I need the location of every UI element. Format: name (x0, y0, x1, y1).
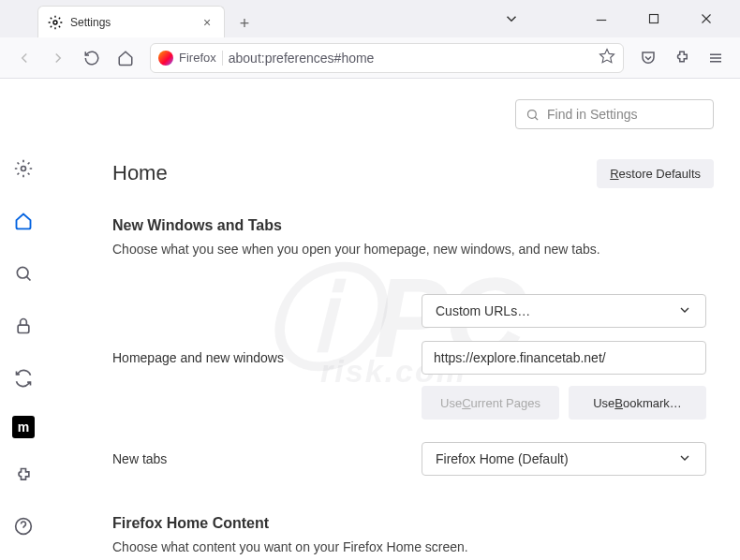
newtabs-mode-select[interactable]: Firefox Home (Default) (422, 442, 706, 476)
use-bookmark-button[interactable]: Use Bookmark… (569, 386, 706, 420)
chevron-down-icon (677, 302, 692, 320)
newtabs-mode-value: Firefox Home (Default) (436, 451, 569, 466)
sidenav-more-from-mozilla[interactable]: m (12, 416, 35, 438)
extensions-button[interactable] (667, 43, 697, 73)
identity-box[interactable]: Firefox (158, 51, 223, 66)
settings-sidenav: m (0, 79, 47, 560)
newtabs-label: New tabs (112, 451, 403, 466)
toolbar: Firefox about:preferences#home (0, 37, 740, 79)
svg-point-15 (528, 110, 537, 118)
sidenav-privacy[interactable] (8, 311, 38, 341)
content-area: m ⓘPC risk.com Find in Settings Home Res… (0, 79, 740, 560)
maximize-button[interactable] (637, 5, 671, 33)
minimize-button[interactable] (585, 5, 618, 33)
svg-rect-2 (650, 15, 659, 23)
firefox-logo-icon (158, 51, 173, 66)
forward-button[interactable] (43, 43, 73, 73)
svg-rect-12 (18, 325, 29, 332)
svg-line-16 (535, 117, 538, 120)
sidenav-help[interactable] (8, 511, 38, 541)
close-window-button[interactable] (689, 5, 723, 33)
search-placeholder: Find in Settings (547, 107, 638, 122)
reload-button[interactable] (77, 43, 107, 73)
tab-label: Settings (70, 16, 192, 29)
sidenav-general[interactable] (8, 154, 38, 184)
svg-line-11 (26, 276, 30, 280)
use-current-pages-button[interactable]: Use Current Pages (422, 386, 559, 420)
settings-main: ⓘPC risk.com Find in Settings Home Resto… (47, 79, 740, 560)
url-text: about:preferences#home (229, 51, 593, 66)
svg-point-10 (17, 267, 28, 278)
homepage-label: Homepage and new windows (112, 350, 403, 365)
section-new-windows-title: New Windows and Tabs (112, 217, 706, 234)
menu-button[interactable] (701, 43, 731, 73)
tablist-chevron-icon[interactable] (495, 5, 528, 33)
tab-bar: Settings × + (0, 0, 740, 37)
homepage-mode-select[interactable]: Custom URLs… (422, 294, 706, 328)
home-button[interactable] (111, 43, 141, 73)
svg-point-9 (22, 167, 26, 171)
svg-point-0 (53, 21, 57, 24)
window-controls (495, 0, 740, 37)
sidenav-search[interactable] (8, 258, 38, 288)
homepage-url-input[interactable] (422, 341, 706, 375)
settings-search[interactable]: Find in Settings (515, 99, 714, 129)
sidenav-home[interactable] (8, 206, 38, 236)
restore-defaults-button[interactable]: Restore Defaults (597, 159, 714, 188)
bookmark-star-icon[interactable] (599, 48, 615, 68)
new-tab-button[interactable]: + (230, 9, 259, 37)
section-home-content-desc: Choose what content you want on your Fir… (112, 539, 706, 554)
sidenav-sync[interactable] (8, 363, 38, 393)
chevron-down-icon (677, 450, 692, 468)
url-bar[interactable]: Firefox about:preferences#home (150, 43, 624, 73)
sidenav-extensions[interactable] (8, 461, 38, 491)
svg-marker-5 (600, 49, 614, 62)
browser-tab[interactable]: Settings × (37, 6, 225, 37)
gear-icon (48, 15, 63, 30)
section-home-content-title: Firefox Home Content (112, 515, 706, 532)
pocket-button[interactable] (633, 43, 663, 73)
identity-label: Firefox (179, 51, 216, 65)
homepage-mode-value: Custom URLs… (436, 303, 530, 318)
section-new-windows-desc: Choose what you see when you open your h… (112, 242, 706, 257)
back-button[interactable] (9, 43, 39, 73)
close-icon[interactable]: × (200, 15, 215, 30)
